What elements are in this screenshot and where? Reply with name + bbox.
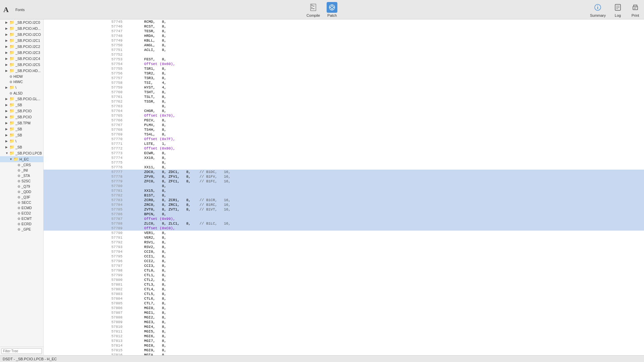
- filter-input[interactable]: [1, 348, 42, 354]
- sidebar-item[interactable]: ⚙_STA: [0, 173, 43, 178]
- line-number: 57781: [44, 188, 125, 193]
- print-button[interactable]: Print: [630, 2, 641, 17]
- sidebar-item[interactable]: ⚙S2SC: [0, 178, 43, 184]
- summary-button[interactable]: Summary: [590, 2, 606, 17]
- symbol-icon: ⚙: [17, 185, 20, 188]
- sidebar-item[interactable]: ▶📁_SB: [0, 102, 43, 108]
- sidebar-item-label: _SB.PCIO.I2C1: [15, 39, 40, 43]
- symbol-icon: ⚙: [9, 75, 12, 78]
- sidebar-item[interactable]: ⚙ECWT: [0, 216, 43, 221]
- sidebar-item[interactable]: ⚙HIDW: [0, 74, 43, 79]
- line-number: 57747: [44, 29, 125, 34]
- sidebar-item[interactable]: ⚙ECMD: [0, 205, 43, 210]
- sidebar-item-label: _SB: [15, 133, 22, 137]
- patch-button[interactable]: Patch: [327, 2, 337, 17]
- compile-button[interactable]: Compile: [307, 2, 320, 17]
- sidebar-item[interactable]: ▶📁_SB.PCIO.I2C1: [0, 38, 43, 44]
- sidebar-item-label: HIDW: [13, 74, 23, 78]
- code-line: CTL4, 8,: [125, 287, 644, 292]
- sidebar-item-label: ECD2: [21, 211, 31, 215]
- line-number: 57809: [44, 320, 125, 324]
- sidebar-item[interactable]: ⚙ECRD: [0, 221, 43, 227]
- code-line: MGI8, 8,: [125, 343, 644, 348]
- sidebar-item[interactable]: ▶📁_SB.PCIO.I2C3: [0, 50, 43, 56]
- table-row: 57784 ZRC0, 8, ZRC1, 8, // B1RC, 16,: [44, 202, 644, 207]
- sidebar-item[interactable]: ▶📁_SB.PCIO.I2C4: [0, 56, 43, 62]
- code-line: CCI1, 8,: [125, 254, 644, 259]
- folder-icon: 📁: [9, 85, 14, 90]
- code-line: ZLC0, 8, ZLC1, 8, // B1LC, 16,: [125, 221, 644, 226]
- sidebar-item[interactable]: ▶📁_SB.PCIO.I2C0: [0, 19, 43, 25]
- table-row: 57762 TSSR, 8,: [44, 99, 644, 104]
- sidebar-item[interactable]: ⚙_CRS: [0, 162, 43, 168]
- sidebar-item-label: _STA: [21, 174, 30, 178]
- code-line: KBLL, 8,: [125, 38, 644, 43]
- table-row: 57752: [44, 52, 644, 57]
- code-line: RCMD, 8,: [125, 19, 644, 24]
- sidebar-item[interactable]: ⚙ALSD: [0, 90, 43, 96]
- line-number: 57808: [44, 315, 125, 320]
- expand-arrow: ▼: [5, 152, 9, 155]
- code-line: RSV1, 8,: [125, 240, 644, 245]
- table-row: 57759 HYST, 4,: [44, 85, 644, 90]
- line-number: 57754: [44, 62, 125, 66]
- symbol-icon: ⚙: [17, 195, 20, 199]
- sidebar-item-label: H_EC: [19, 157, 29, 161]
- line-number: 57760: [44, 90, 125, 95]
- sidebar-item[interactable]: ▶📁\: [0, 138, 43, 144]
- sidebar[interactable]: ▶📁_SB.PCIO.I2C0▶📁_SB.PCIO.HD...▶📁_SB.PCI…: [0, 19, 44, 355]
- sidebar-item[interactable]: ▶📁_SB.PCIO.I2C2: [0, 44, 43, 50]
- sidebar-item[interactable]: ⚙_Q79: [0, 184, 43, 189]
- symbol-icon: ⚙: [17, 174, 20, 178]
- folder-icon: 📁: [9, 127, 14, 131]
- sidebar-item[interactable]: ▶📁_SB: [0, 132, 43, 138]
- sidebar-item[interactable]: ▶📁_SB.PCIO.HD...: [0, 25, 43, 32]
- folder-icon: 📁: [9, 97, 14, 101]
- code-line: TSR3, 8,: [125, 76, 644, 80]
- svg-rect-13: [633, 6, 638, 10]
- sidebar-item[interactable]: ⚙_INI: [0, 168, 43, 173]
- code-line: CTL3, 8,: [125, 282, 644, 287]
- code-line: CTL5, 8,: [125, 292, 644, 296]
- table-row: 57770 Offset (0x7F),: [44, 137, 644, 141]
- sidebar-item[interactable]: ⚙_QDD: [0, 189, 43, 194]
- sidebar-item[interactable]: ▶📁_SB.TPM: [0, 120, 43, 126]
- expand-arrow: ▶: [5, 39, 9, 42]
- table-row: 57745 RCMD, 8,: [44, 19, 644, 24]
- sidebar-item[interactable]: ▶📁_SB.PCIO: [0, 114, 43, 120]
- compile-icon: [308, 2, 319, 13]
- sidebar-item[interactable]: ⚙SECC: [0, 200, 43, 205]
- sidebar-item[interactable]: ▶📁\: [0, 84, 43, 90]
- sidebar-item[interactable]: ⚙_GPE: [0, 227, 43, 232]
- sidebar-item[interactable]: ⚙_Q3F: [0, 194, 43, 200]
- sidebar-item[interactable]: ▶📁_SB.PCIO: [0, 108, 43, 114]
- line-number: 57775: [44, 160, 125, 165]
- table-row: 57787 Offset (0x99),: [44, 217, 644, 221]
- sidebar-item[interactable]: ▶📁_SB: [0, 144, 43, 150]
- code-line: CTL0, 8,: [125, 268, 644, 273]
- sidebar-item[interactable]: ▶📁_SB.PCIO.HD...: [0, 68, 43, 74]
- folder-icon: 📁: [9, 103, 14, 107]
- table-row: 57797 CCI3, 8,: [44, 263, 644, 268]
- sidebar-item[interactable]: ▶📁_SB.PCIO.GL...: [0, 96, 43, 102]
- folder-icon: 📁: [9, 115, 14, 119]
- line-number: 57803: [44, 292, 125, 296]
- line-number: 57804: [44, 296, 125, 301]
- line-number: 57801: [44, 282, 125, 287]
- sidebar-item[interactable]: ▶📁_SB: [0, 126, 43, 132]
- line-number: 57813: [44, 339, 125, 343]
- code-editor[interactable]: 57745 RCMD, 8,57746 RCST, 8,57747 TESR, …: [44, 19, 644, 355]
- sidebar-item[interactable]: ▶📁_SB.PCIO.I2CO: [0, 32, 43, 38]
- folder-icon: 📁: [9, 56, 14, 61]
- sidebar-item[interactable]: ▶📁_SB.PCIO.I2C5: [0, 62, 43, 68]
- sidebar-item[interactable]: ▼📁_SB.PCIO.LPCB: [0, 150, 43, 156]
- sidebar-item[interactable]: ⚙ECD2: [0, 210, 43, 216]
- table-row: 57803 CTL5, 8,: [44, 292, 644, 296]
- svg-point-1: [331, 6, 333, 9]
- symbol-icon: ⚙: [17, 163, 20, 167]
- line-number: 57759: [44, 85, 125, 90]
- sidebar-item[interactable]: ⚙HIWC: [0, 79, 43, 84]
- log-button[interactable]: Log: [612, 2, 623, 17]
- table-row: 57780 8,: [44, 184, 644, 188]
- sidebar-item[interactable]: ▼📁H_EC: [0, 156, 43, 162]
